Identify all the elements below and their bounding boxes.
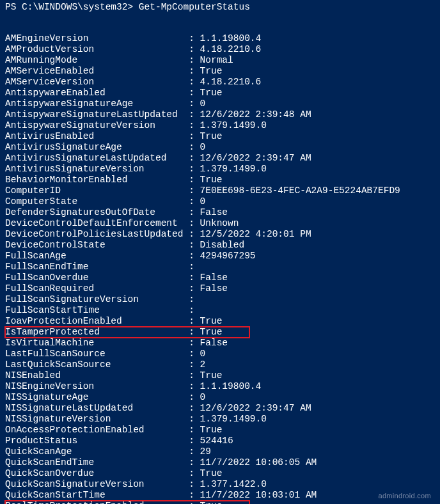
watermark: admindroid.com xyxy=(379,491,431,501)
output-row: AntispywareSignatureAge : 0 xyxy=(5,98,435,109)
prompt-command: Get-MpComputerStatus xyxy=(139,2,250,12)
output-row: NISSignatureAge : 0 xyxy=(5,392,435,403)
output-row: BehaviorMonitorEnabled : True xyxy=(5,175,435,185)
output-row: AntivirusEnabled : True xyxy=(5,131,435,142)
output-row: AMRunningMode : Normal xyxy=(5,55,435,66)
output-row: OnAccessProtectionEnabled : True xyxy=(5,425,435,436)
output-row: IsTamperProtected : True xyxy=(5,327,435,338)
prompt-prefix: PS C:\WINDOWS\system32> xyxy=(5,2,139,12)
output-row: AMProductVersion : 4.18.2210.6 xyxy=(5,44,435,55)
output-row: AntispywareSignatureVersion : 1.379.1499… xyxy=(5,120,435,131)
output-row: AntispywareEnabled : True xyxy=(5,88,435,98)
output-row: NISEnabled : True xyxy=(5,370,435,381)
output-row: QuickScanOverdue : True xyxy=(5,468,435,479)
output-row: DeviceControlState : Disabled xyxy=(5,240,435,251)
output-row: ComputerID : 7E0EE698-6E23-4FEC-A2A9-E52… xyxy=(5,185,435,196)
output-row: QuickScanAge : 29 xyxy=(5,446,435,457)
output-row: DefenderSignaturesOutOfDate : False xyxy=(5,207,435,218)
output-row: NISEngineVersion : 1.1.19800.4 xyxy=(5,381,435,392)
output-row: DeviceControlPoliciesLastUpdated : 12/5/… xyxy=(5,229,435,240)
highlight-box xyxy=(4,500,250,504)
output-row: FullScanOverdue : False xyxy=(5,272,435,283)
output-row: AMServiceEnabled : True xyxy=(5,66,435,77)
output-row: AntivirusSignatureVersion : 1.379.1499.0 xyxy=(5,164,435,175)
output-row: QuickScanStartTime : 11/7/2022 10:03:01 … xyxy=(5,490,435,501)
output-row: QuickScanSignatureVersion : 1.377.1422.0 xyxy=(5,479,435,490)
highlight-box xyxy=(4,326,250,338)
output-row: FullScanRequired : False xyxy=(5,283,435,294)
output-row: RealTimeProtectionEnabled : True xyxy=(5,501,435,504)
output-row: NISSignatureLastUpdated : 12/6/2022 2:39… xyxy=(5,403,435,414)
output-row: AMServiceVersion : 4.18.2210.6 xyxy=(5,77,435,88)
output-row: AntivirusSignatureAge : 0 xyxy=(5,142,435,153)
output-row: AntivirusSignatureLastUpdated : 12/6/202… xyxy=(5,153,435,164)
command-output: AMEngineVersion : 1.1.19800.4AMProductVe… xyxy=(5,33,435,504)
output-row: FullScanStartTime : xyxy=(5,305,435,316)
output-row: ComputerState : 0 xyxy=(5,196,435,207)
output-row: LastFullScanSource : 0 xyxy=(5,349,435,359)
output-row: AntispywareSignatureLastUpdated : 12/6/2… xyxy=(5,109,435,120)
output-row: DeviceControlDefaultEnforcement : Unknow… xyxy=(5,218,435,229)
output-row: QuickScanEndTime : 11/7/2022 10:06:05 AM xyxy=(5,457,435,468)
output-row: IoavProtectionEnabled : True xyxy=(5,316,435,327)
output-row: FullScanAge : 4294967295 xyxy=(5,251,435,262)
ps-prompt[interactable]: PS C:\WINDOWS\system32> Get-MpComputerSt… xyxy=(5,2,435,13)
output-row: NISSignatureVersion : 1.379.1499.0 xyxy=(5,414,435,425)
output-row: FullScanEndTime : xyxy=(5,262,435,272)
output-row: FullScanSignatureVersion : xyxy=(5,294,435,305)
output-row: LastQuickScanSource : 2 xyxy=(5,359,435,370)
output-row: IsVirtualMachine : False xyxy=(5,338,435,349)
output-row: AMEngineVersion : 1.1.19800.4 xyxy=(5,33,435,44)
output-row: ProductStatus : 524416 xyxy=(5,436,435,446)
